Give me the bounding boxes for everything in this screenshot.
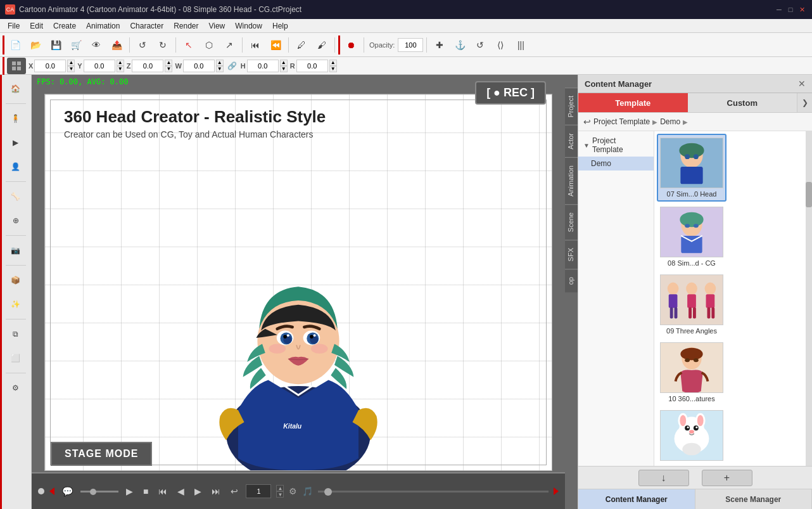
x-up-button[interactable]: ▲ (67, 60, 75, 66)
timeline-left-marker[interactable] (49, 487, 54, 495)
next-key-button[interactable]: ⏭ (209, 485, 223, 498)
cm-item-5[interactable] (657, 408, 726, 465)
project-tab[interactable]: Project (565, 87, 578, 125)
h-down-button[interactable]: ▼ (280, 66, 288, 72)
redo-button[interactable]: ↻ (153, 35, 172, 55)
timeline-mini-slider[interactable] (80, 491, 118, 493)
export-button[interactable]: 📤 (107, 35, 126, 55)
prop-button[interactable]: 📦 (4, 269, 27, 292)
scene-tab[interactable]: Scene (565, 204, 578, 240)
actor-tab[interactable]: Actor (565, 125, 578, 157)
w-input[interactable] (183, 60, 215, 72)
group-button[interactable]: ⬜ (4, 347, 27, 370)
minimize-button[interactable]: ─ (774, 4, 784, 15)
compose-button[interactable]: ⚙ (4, 377, 27, 399)
menu-character[interactable]: Character (125, 20, 168, 32)
r-input[interactable] (296, 60, 328, 72)
reset-button[interactable]: ↺ (471, 35, 490, 55)
camera-button[interactable]: 📷 (4, 239, 27, 262)
rotate-button[interactable]: ↗ (220, 35, 239, 55)
w-spinner[interactable]: ▲ ▼ (216, 60, 224, 72)
sfx-tab[interactable]: SFX (565, 240, 578, 269)
scene-manager-bottom-tab[interactable]: Scene Manager (695, 489, 813, 509)
frame-down[interactable]: ▼ (276, 491, 284, 498)
cm-item-3[interactable]: 09 Three Angles (657, 272, 726, 337)
cart-button[interactable]: 🛒 (67, 35, 86, 55)
menu-view[interactable]: View (203, 20, 230, 32)
z-input[interactable] (132, 60, 163, 72)
tree-item-demo[interactable]: Demo (578, 157, 654, 171)
skip-start-button[interactable]: ⏮ (246, 35, 265, 55)
timeline-position-circle[interactable] (38, 488, 44, 494)
bone-button[interactable]: 🦴 (4, 185, 27, 208)
brush-button[interactable]: 🖊 (292, 35, 311, 55)
transform-button[interactable]: ⬡ (200, 35, 219, 55)
cm-scrollbar[interactable] (806, 131, 812, 466)
next-frame-button[interactable]: ▶ (192, 485, 204, 498)
frame-up[interactable]: ▲ (276, 485, 284, 491)
new-button[interactable]: 📄 (6, 35, 25, 55)
y-input[interactable] (84, 60, 115, 72)
particle-button[interactable]: ✨ (4, 293, 27, 316)
settings-button[interactable]: ⚙ (289, 486, 297, 496)
grid-button[interactable] (7, 58, 26, 74)
cm-chevron-button[interactable]: ❯ (797, 93, 812, 112)
h-input[interactable] (247, 60, 279, 72)
x-spinner[interactable]: ▲ ▼ (67, 60, 75, 72)
move-button[interactable]: ✚ (430, 35, 449, 55)
menu-create[interactable]: Create (48, 20, 81, 32)
menu-animation[interactable]: Animation (81, 20, 125, 32)
content-manager-bottom-tab[interactable]: Content Manager (578, 489, 695, 509)
menu-help[interactable]: Help (267, 20, 293, 32)
timeline-right-marker[interactable] (554, 487, 559, 495)
timeline-expand-button[interactable]: ||| (511, 35, 530, 55)
maximize-button[interactable]: □ (785, 4, 796, 15)
prev-key-button[interactable]: ⏮ (156, 485, 170, 498)
y-spinner[interactable]: ▲ ▼ (117, 60, 124, 72)
breadcrumb-project-template[interactable]: Project Template (593, 117, 650, 126)
scrollbar-thumb[interactable] (806, 182, 812, 207)
y-down-button[interactable]: ▼ (117, 66, 124, 72)
anchor-point-button[interactable]: ⊕ (4, 209, 27, 232)
h-spinner[interactable]: ▲ ▼ (280, 60, 288, 72)
frame-spinner[interactable]: ▲ ▼ (276, 485, 284, 498)
x-input[interactable] (34, 60, 66, 72)
cm-item-1[interactable]: 07 Sim...0 Head (657, 134, 726, 202)
z-spinner[interactable]: ▲ ▼ (165, 60, 172, 72)
y-up-button[interactable]: ▲ (117, 60, 124, 66)
menu-edit[interactable]: Edit (25, 20, 48, 32)
rec-button[interactable]: [ ● REC ] (475, 81, 546, 105)
record-button[interactable]: ⏺ (341, 35, 360, 55)
select-button[interactable]: ↖ (179, 35, 198, 55)
cm-item-4[interactable]: 10 360...atures (657, 340, 726, 405)
note-button[interactable]: 🎵 (302, 486, 313, 496)
loop-button[interactable]: ↩ (228, 485, 241, 498)
menu-render[interactable]: Render (168, 20, 203, 32)
menu-file[interactable]: File (3, 20, 25, 32)
frame-input[interactable] (246, 484, 271, 498)
cm-item-2[interactable]: 08 Sim...d - CG (657, 204, 726, 269)
r-down-button[interactable]: ▼ (329, 66, 337, 72)
prev-frame-button[interactable]: ◀ (175, 485, 187, 498)
save-button[interactable]: 💾 (46, 35, 65, 55)
scene-button[interactable]: 🏠 (4, 77, 27, 100)
h-up-button[interactable]: ▲ (280, 60, 288, 66)
chat-button[interactable]: 💬 (60, 485, 75, 498)
cm-download-button[interactable]: ↓ (638, 470, 689, 486)
animation-tab[interactable]: Animation (565, 157, 578, 204)
paint-button[interactable]: 🖌 (312, 35, 331, 55)
cm-add-button[interactable]: + (702, 470, 752, 486)
undo-button[interactable]: ↺ (133, 35, 152, 55)
opacity-input[interactable] (398, 38, 423, 52)
breadcrumb-demo[interactable]: Demo (660, 117, 680, 126)
r-up-button[interactable]: ▲ (329, 60, 337, 66)
w-up-button[interactable]: ▲ (216, 60, 224, 66)
breadcrumb-back-button[interactable]: ↩ (583, 117, 591, 127)
custom-tab[interactable]: Custom (688, 93, 797, 112)
w-down-button[interactable]: ▼ (216, 66, 224, 72)
prev-frame-button[interactable]: ⏪ (266, 35, 285, 55)
character-tool-button[interactable]: 🧍 (4, 107, 27, 130)
stage-mode-button[interactable]: STAGE MODE (51, 442, 152, 466)
tree-item-project-template[interactable]: ▼ Project Template (578, 134, 654, 157)
x-down-button[interactable]: ▼ (67, 66, 75, 72)
